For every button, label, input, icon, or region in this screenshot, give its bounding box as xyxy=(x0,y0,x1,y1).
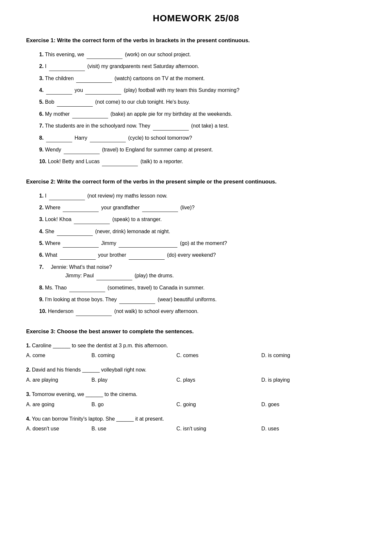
list-item: 4. you (play) football with my team this… xyxy=(39,86,366,95)
list-item: 2. I (visit) my grandparents next Saturd… xyxy=(39,62,366,71)
blank-field[interactable] xyxy=(90,136,126,142)
item-number: 5. xyxy=(39,99,43,105)
exercise-2-title: Exercise 2: Write the correct form of th… xyxy=(26,178,366,186)
item-number: 9. xyxy=(39,147,43,152)
mc-option-a[interactable]: A. are playing xyxy=(26,376,91,384)
mc-options: A. doesn't use B. use C. isn't using D. … xyxy=(26,425,366,433)
blank-field[interactable] xyxy=(64,148,100,154)
mc-question-text: 2. David and his friends ______ volleyba… xyxy=(26,366,366,374)
mc-option-b[interactable]: B. coming xyxy=(91,351,176,360)
mc-option-a[interactable]: A. are going xyxy=(26,400,91,409)
list-item: 2. Where your grandfather (live)? xyxy=(39,203,366,212)
list-item: 10. Look! Betty and Lucas (talk) to a re… xyxy=(39,157,366,166)
mc-question-3: 3. Tomorrow evening, we ______ to the ci… xyxy=(26,390,366,409)
list-item: 6. What your brother (do) every weekend? xyxy=(39,251,366,259)
blank-field[interactable] xyxy=(72,113,108,118)
exercise-1-title: Exercise 1: Write the correct form of th… xyxy=(26,37,366,44)
blank-field[interactable] xyxy=(76,77,112,83)
item-number: 6. xyxy=(39,252,43,258)
item-number: 1. xyxy=(26,343,30,348)
mc-question-4: 4. You can borrow Trinity's laptop. She … xyxy=(26,415,366,433)
blank-field[interactable] xyxy=(76,310,112,316)
list-item: 5. Bob (not come) to our club tonight. H… xyxy=(39,98,366,106)
exercise-1: Exercise 1: Write the correct form of th… xyxy=(26,37,366,166)
item-number: 9. xyxy=(39,297,43,302)
item-number: 1. xyxy=(39,52,43,57)
mc-option-c[interactable]: C. comes xyxy=(176,351,261,360)
exercise-1-items: 1. This evening, we (work) on our school… xyxy=(26,50,366,166)
item-number: 3. xyxy=(26,391,30,397)
blank-field[interactable] xyxy=(69,286,105,292)
mc-question-1: 1. Caroline ______ to see the dentist at… xyxy=(26,341,366,360)
mc-option-b[interactable]: B. play xyxy=(91,376,176,384)
list-item: 1. This evening, we (work) on our school… xyxy=(39,50,366,59)
mc-option-b[interactable]: B. use xyxy=(91,425,176,433)
blank-field[interactable] xyxy=(46,89,72,95)
item-number: 6. xyxy=(39,111,43,117)
item-number: 4. xyxy=(26,416,30,422)
mc-question-text: 3. Tomorrow evening, we ______ to the ci… xyxy=(26,390,366,399)
exercise-2-items: 1. I (not review) my maths lesson now. 2… xyxy=(26,192,366,316)
item-number: 2. xyxy=(26,367,30,373)
mc-option-d[interactable]: D. goes xyxy=(261,400,327,409)
exercise-2: Exercise 2: Write the correct form of th… xyxy=(26,178,366,316)
mc-options: A. are playing B. play C. plays D. is pl… xyxy=(26,376,366,384)
list-item: 3. The children (watch) cartoons on TV a… xyxy=(39,74,366,83)
mc-option-c[interactable]: C. going xyxy=(176,400,261,409)
list-item: 7. Jennie: What's that noise? Jimmy: Pau… xyxy=(39,263,366,280)
mc-options: A. are going B. go C. going D. goes xyxy=(26,400,366,409)
item-number: 4. xyxy=(39,87,43,93)
blank-field[interactable] xyxy=(63,206,99,212)
list-item: 5. Where Jimmy (go) at the moment? xyxy=(39,239,366,248)
mc-option-d[interactable]: D. uses xyxy=(261,425,327,433)
blank-field[interactable] xyxy=(46,136,72,142)
blank-field[interactable] xyxy=(74,218,110,224)
item-number: 7. xyxy=(39,264,43,270)
mc-option-b[interactable]: B. go xyxy=(91,400,176,409)
blank-field[interactable] xyxy=(63,242,99,248)
page-title: HOMEWORK 25/08 xyxy=(26,13,366,24)
item-number: 10. xyxy=(39,159,46,164)
blank-field[interactable] xyxy=(153,125,189,130)
blank-field[interactable] xyxy=(96,274,132,280)
list-item: 4. She (never, drink) lemonade at night. xyxy=(39,227,366,236)
mc-option-c[interactable]: C. isn't using xyxy=(176,425,261,433)
blank-field[interactable] xyxy=(49,194,85,200)
list-item: 9. I'm looking at those boys. They (wear… xyxy=(39,295,366,304)
mc-option-d[interactable]: D. is coming xyxy=(261,351,327,360)
blank-field[interactable] xyxy=(49,65,85,71)
item-number: 2. xyxy=(39,63,43,69)
mc-option-a[interactable]: A. come xyxy=(26,351,91,360)
list-item: 6. My mother (bake) an apple pie for my … xyxy=(39,110,366,118)
item-number: 3. xyxy=(39,76,43,81)
mc-option-c[interactable]: C. plays xyxy=(176,376,261,384)
list-item: 8. Ms. Thao (sometimes, travel) to Canad… xyxy=(39,284,366,292)
mc-option-a[interactable]: A. doesn't use xyxy=(26,425,91,433)
list-item: 1. I (not review) my maths lesson now. xyxy=(39,192,366,200)
blank-field[interactable] xyxy=(85,89,121,95)
list-item: 7. The students are in the schoolyard no… xyxy=(39,122,366,130)
item-number: 3. xyxy=(39,217,43,222)
blank-field[interactable] xyxy=(60,254,96,260)
item-number: 8. xyxy=(39,135,43,141)
list-item: 3. Look! Khoa (speak) to a stranger. xyxy=(39,215,366,224)
item-number: 10. xyxy=(39,308,46,314)
item-number: 8. xyxy=(39,285,43,290)
dialog-indent: Jimmy: Paul (play) the drums. xyxy=(39,273,174,278)
mc-question-2: 2. David and his friends ______ volleyba… xyxy=(26,366,366,384)
item-number: 5. xyxy=(39,240,43,246)
blank-field[interactable] xyxy=(87,53,122,59)
item-number: 4. xyxy=(39,229,43,234)
blank-field[interactable] xyxy=(142,206,178,212)
blank-field[interactable] xyxy=(129,254,165,260)
list-item: 8. Harry (cycle) to school tomorrow? xyxy=(39,134,366,142)
blank-field[interactable] xyxy=(57,101,93,107)
mc-question-text: 4. You can borrow Trinity's laptop. She … xyxy=(26,415,366,423)
blank-field[interactable] xyxy=(119,242,177,248)
mc-option-d[interactable]: D. is playing xyxy=(261,376,327,384)
blank-field[interactable] xyxy=(102,160,138,166)
exercise-3-title: Exercise 3: Choose the best answer to co… xyxy=(26,328,366,336)
list-item: 9. Wendy (travel) to England for summer … xyxy=(39,146,366,154)
blank-field[interactable] xyxy=(57,230,93,236)
blank-field[interactable] xyxy=(119,298,155,304)
